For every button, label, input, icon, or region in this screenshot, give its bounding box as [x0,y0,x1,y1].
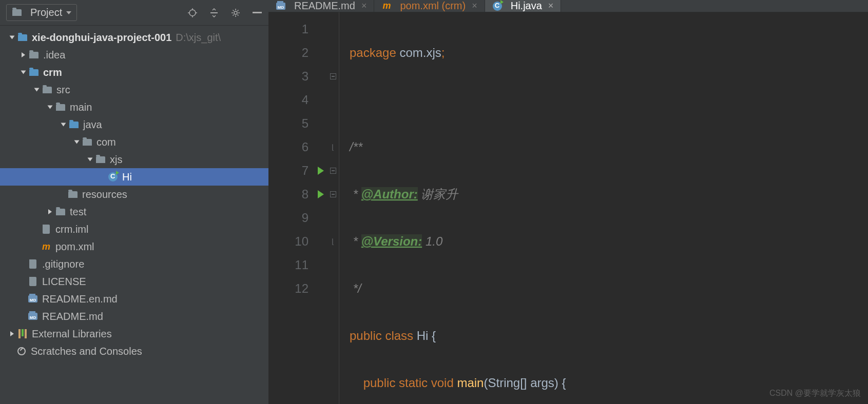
tab-pom[interactable]: mpom.xml (crm)× [374,0,485,12]
fold-gutter: ⌊ ⌊ [327,12,339,404]
tree-idea[interactable]: .idea [0,46,268,64]
close-icon[interactable]: × [472,1,477,11]
locate-icon[interactable] [187,8,198,18]
run-gutter [315,12,327,404]
tree-crm[interactable]: crm [0,64,268,81]
tree-license[interactable]: LICENSE [0,273,268,290]
run-line-icon[interactable] [315,183,327,206]
line-numbers: 123456789101112 [268,12,315,404]
tree-readme[interactable]: MDREADME.md [0,308,268,325]
fold-end-icon[interactable]: ⌊ [327,230,339,253]
java-class-icon [492,1,503,11]
svg-point-0 [189,10,196,16]
tree-external-libraries[interactable]: External Libraries [0,325,268,342]
fold-icon[interactable] [327,65,339,88]
tree-src[interactable]: src [0,81,268,98]
project-icon [12,8,22,18]
gear-icon[interactable] [230,8,241,18]
svg-point-6 [234,11,237,14]
tree-hi[interactable]: Hi [0,168,268,186]
fold-end-icon[interactable]: ⌊ [327,135,339,159]
tree-scratches[interactable]: Scratches and Consoles [0,342,268,360]
tree-main[interactable]: main [0,98,268,116]
close-icon[interactable]: × [361,1,367,11]
project-sidebar: Project xie-donghui-java-project-001D:\x… [0,0,268,404]
tree-pom[interactable]: mpom.xml [0,238,268,255]
tree-test[interactable]: test [0,203,268,220]
code-content[interactable]: package com.xjs; /** * @Author: 谢家升 * @V… [339,12,868,404]
fold-icon[interactable] [327,159,339,183]
tree-readme-en[interactable]: MDREADME.en.md [0,290,268,308]
run-line-icon[interactable] [315,159,327,183]
tree-resources[interactable]: resources [0,186,268,203]
tree-xjs[interactable]: xjs [0,151,268,168]
maven-icon: m [381,1,392,11]
project-view-selector[interactable]: Project [6,4,77,21]
sidebar-header: Project [0,0,268,26]
project-label: Project [30,7,62,18]
expand-all-icon[interactable] [209,8,219,18]
tree-com[interactable]: com [0,133,268,151]
tree-root[interactable]: xie-donghui-java-project-001D:\xjs_git\ [0,29,268,46]
svg-rect-7 [253,12,262,13]
watermark: CSDN @要学就学灰太狼 [769,388,861,399]
tab-hi-java[interactable]: Hi.java× [485,0,562,12]
tab-readme[interactable]: MDREADME.md× [268,0,374,12]
code-editor[interactable]: 123456789101112 ⌊ ⌊ package com.xjs; /**… [268,12,868,404]
md-icon: MD [276,1,286,11]
chevron-down-icon [66,11,71,14]
editor-tabs: MDREADME.md× mpom.xml (crm)× Hi.java× [268,0,868,12]
close-icon[interactable]: × [548,1,554,11]
tree-gitignore[interactable]: .gitignore [0,255,268,273]
minimize-icon[interactable] [252,8,262,18]
fold-icon[interactable] [327,183,339,206]
editor-pane: MDREADME.md× mpom.xml (crm)× Hi.java× 12… [268,0,868,404]
project-tree: xie-donghui-java-project-001D:\xjs_git\ … [0,26,268,404]
tree-java[interactable]: java [0,116,268,133]
tree-crm-iml[interactable]: crm.iml [0,220,268,238]
